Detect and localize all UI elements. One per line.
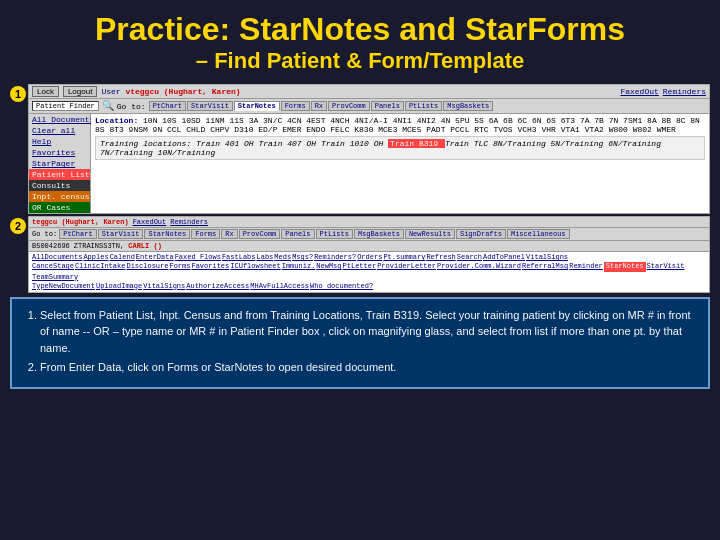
p2-link3-typenewdocument[interactable]: TypeNewDocument bbox=[32, 282, 95, 291]
p2-link-alldocuments[interactable]: AllDocuments bbox=[32, 253, 82, 262]
p2-link2-providerletter[interactable]: ProviderLetter bbox=[377, 262, 436, 271]
panel1-content-wrapper: All DocumentsClear allHelpFavoritesStarP… bbox=[29, 114, 709, 213]
reminders-link[interactable]: Reminders bbox=[663, 87, 706, 96]
logout-button[interactable]: Logout bbox=[63, 86, 97, 97]
p1-tab-starnotes[interactable]: StarNotes bbox=[234, 101, 280, 111]
p2-link2-favorites[interactable]: Favorites bbox=[191, 262, 229, 271]
p2-link-fastlabs[interactable]: FastLabs bbox=[222, 253, 256, 262]
p2-link2-cancestage[interactable]: CanceStage bbox=[32, 262, 74, 271]
p2-user: teggcu (Hughart, Karen) bbox=[32, 218, 129, 226]
patient-trains: ZTRAINSS3TN, bbox=[74, 242, 124, 250]
sidebar-item-starpager[interactable]: StarPager bbox=[29, 158, 90, 169]
p2-link-ptsummary[interactable]: Pt.summary bbox=[383, 253, 425, 262]
sidebar-item-help[interactable]: Help bbox=[29, 136, 90, 147]
training-label: Training locations: bbox=[100, 139, 191, 148]
p2-link-search[interactable]: Search bbox=[457, 253, 482, 262]
starnotes-highlight[interactable]: StarNotes bbox=[604, 262, 646, 271]
finder-search-icon[interactable]: 🔍 bbox=[102, 100, 114, 112]
panel2: teggcu (Hughart, Karen) FaxedOut Reminde… bbox=[28, 216, 710, 292]
sidebar-item-patient-lists[interactable]: Patient Lists bbox=[29, 169, 90, 180]
p2-link-enterdata[interactable]: EnterData bbox=[136, 253, 174, 262]
faxed-out-link[interactable]: FaxedOut bbox=[620, 87, 658, 96]
train-item: Train 407 OH bbox=[258, 139, 320, 148]
p1-tab-ptlists[interactable]: PtLists bbox=[405, 101, 442, 111]
patient-row: B50042696 ZTRAINSS3TN, CARLI () bbox=[29, 241, 709, 252]
p2-link-addtopanel[interactable]: AddToPanel bbox=[483, 253, 525, 262]
p2-reminders[interactable]: Reminders bbox=[170, 218, 208, 226]
p2-link2-newmsg[interactable]: NewMsg bbox=[316, 262, 341, 271]
p2-link-apples[interactable]: Apples bbox=[83, 253, 108, 262]
p1-tab-panels[interactable]: Panels bbox=[371, 101, 404, 111]
p2-link2-disclosure[interactable]: Disclosure bbox=[126, 262, 168, 271]
p2-tab-starnotes[interactable]: StarNotes bbox=[144, 229, 190, 239]
training-box: Training locations: Train 401 OH Train 4… bbox=[95, 136, 705, 160]
sidebar-item-or-cases[interactable]: OR Cases bbox=[29, 202, 90, 213]
p2-link2-clinicintake[interactable]: ClinicIntake bbox=[75, 262, 125, 271]
p2-link2-icuflowsheet[interactable]: ICUflowsheet bbox=[230, 262, 280, 271]
sidebar-item-inpt.-census[interactable]: Inpt. census bbox=[29, 191, 90, 202]
p2-link3-vitalsigns[interactable]: VitalSigns bbox=[143, 282, 185, 291]
p1-tab-starvisit[interactable]: StarVisit bbox=[187, 101, 233, 111]
p2-link-vitalsigns[interactable]: VitalSigns bbox=[526, 253, 568, 262]
p2-tab-signdrafts[interactable]: SignDrafts bbox=[456, 229, 506, 239]
panel1-sidebar: All DocumentsClear allHelpFavoritesStarP… bbox=[29, 114, 91, 213]
p2-link3-whodocumented[interactable]: Who documented? bbox=[310, 282, 373, 291]
p2-tab-starvisit[interactable]: StarVisit bbox=[98, 229, 144, 239]
sidebar-item-clear-all[interactable]: Clear all bbox=[29, 125, 90, 136]
p2-link2b-starvisit[interactable]: StarVisit bbox=[647, 262, 685, 271]
lock-button[interactable]: Lock bbox=[32, 86, 59, 97]
train-item: 8N/Training bbox=[493, 139, 551, 148]
p2-tab-forms[interactable]: Forms bbox=[191, 229, 220, 239]
panel1-main: Location: 10N 10S 10SD 11NM 11S 3A 3N/C … bbox=[91, 114, 709, 213]
p2-link2-providercommwizard[interactable]: Provider.Comm.Wizard bbox=[437, 262, 521, 271]
p2-tab-panels[interactable]: Panels bbox=[281, 229, 314, 239]
p2-tab-miscellaneous[interactable]: Miscellaneous bbox=[507, 229, 570, 239]
p2-links-row1: AllDocuments Apples Calend EnterData Fax… bbox=[32, 253, 706, 262]
location-label: Location: bbox=[95, 116, 138, 125]
panel1-number: 1 bbox=[10, 86, 26, 102]
sidebar-item-consults[interactable]: Consults bbox=[29, 180, 90, 191]
p2-link3-mhavfullaccess[interactable]: MHAvFullAccess bbox=[250, 282, 309, 291]
sidebar-item-all-documents[interactable]: All Documents bbox=[29, 114, 90, 125]
p2-tab-ptlists[interactable]: PtLists bbox=[316, 229, 353, 239]
p2-faxed[interactable]: FaxedOut bbox=[133, 218, 167, 226]
p2-link-reminders[interactable]: Reminders? bbox=[314, 253, 356, 262]
p2-link-meds[interactable]: Meds bbox=[274, 253, 291, 262]
sub-dash: – bbox=[196, 48, 208, 73]
goto-label: Go to: bbox=[117, 102, 146, 111]
p2-links-row2: CanceStage ClinicIntake Disclosure Forms… bbox=[32, 262, 706, 281]
p2-link2-reminder[interactable]: Reminder bbox=[569, 262, 603, 271]
p2-tab-rx[interactable]: Rx bbox=[221, 229, 237, 239]
p1-tab-rx[interactable]: Rx bbox=[311, 101, 327, 111]
p2-link-labs[interactable]: Labs bbox=[257, 253, 274, 262]
p2-link2-ptletter[interactable]: PtLetter bbox=[343, 262, 377, 271]
panel1-finder: Patient Finder 🔍 Go to: PtChartStarVisit… bbox=[29, 99, 709, 114]
main-title: Practice: StarNotes and StarForms bbox=[20, 10, 700, 48]
title-area: Practice: StarNotes and StarForms – Find… bbox=[0, 0, 720, 80]
panel1-tabbar: PtChartStarVisitStarNotesFormsRxProvComm… bbox=[149, 101, 494, 111]
sidebar-item-favorites[interactable]: Favorites bbox=[29, 147, 90, 158]
p2-link-refresh[interactable]: Refresh bbox=[426, 253, 455, 262]
p1-tab-provcomm[interactable]: ProvComm bbox=[328, 101, 370, 111]
p2-link3-uploadimage[interactable]: UploadImage bbox=[96, 282, 142, 291]
p2-link-faxedflows[interactable]: Faxed Flows bbox=[175, 253, 221, 262]
p1-tab-msgbaskets[interactable]: MsgBaskets bbox=[443, 101, 493, 111]
p2-tab-msgbaskets[interactable]: MsgBaskets bbox=[354, 229, 404, 239]
panel1-wrapper: 1 Lock Logout User vteggcu (Hughart, Kar… bbox=[28, 84, 710, 214]
p2-link3-authorizeaccess[interactable]: AuthorizeAccess bbox=[186, 282, 249, 291]
patient-id: B50042696 bbox=[32, 242, 70, 250]
p1-tab-forms[interactable]: Forms bbox=[281, 101, 310, 111]
p2-link2b-teamsummary[interactable]: TeamSummary bbox=[32, 273, 78, 282]
p2-tab-provcomm[interactable]: ProvComm bbox=[239, 229, 281, 239]
p2-link2-forms[interactable]: Forms bbox=[169, 262, 190, 271]
panel1: Lock Logout User vteggcu (Hughart, Karen… bbox=[28, 84, 710, 214]
p2-tab-ptchart[interactable]: PtChart bbox=[59, 229, 96, 239]
p2-link-msgs[interactable]: Msgs? bbox=[292, 253, 313, 262]
p1-tab-ptchart[interactable]: PtChart bbox=[149, 101, 186, 111]
p2-link-orders[interactable]: Orders bbox=[357, 253, 382, 262]
p2-tab-newresults[interactable]: NewResults bbox=[405, 229, 455, 239]
user-name: vteggcu (Hughart, Karen) bbox=[125, 87, 240, 96]
p2-link2-immuniz[interactable]: Immuniz. bbox=[282, 262, 316, 271]
p2-link2-referralmsg[interactable]: ReferralMsg bbox=[522, 262, 568, 271]
p2-link-calend[interactable]: Calend bbox=[110, 253, 135, 262]
